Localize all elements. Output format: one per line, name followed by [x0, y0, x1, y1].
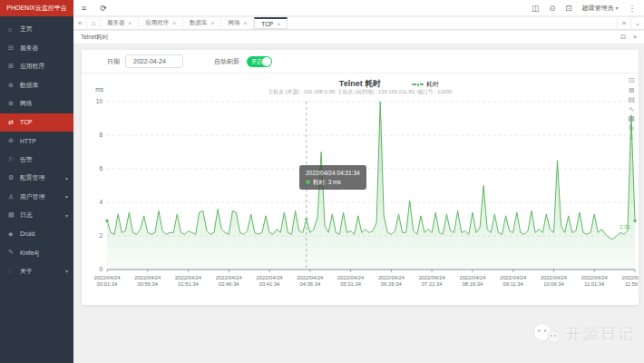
sidebar-item-label: 用户管理	[20, 192, 44, 201]
app-logo: PHOENIX云监控平台	[0, 0, 73, 16]
y-axis-name: ms	[95, 86, 103, 93]
menu-icon[interactable]: ≡	[82, 4, 86, 13]
user-icon: ♙	[8, 193, 16, 201]
druid-icon: ◈	[8, 231, 16, 238]
tab-options-icon[interactable]: ⌄	[630, 17, 644, 29]
tabbar: « ⌂ 服务器×应用程序×数据库×网络×TCP× » ⌄	[73, 17, 644, 30]
sidebar-item-label: 数据库	[20, 81, 38, 90]
sidebar-item-label: 日志	[20, 211, 33, 220]
user-menu[interactable]: 超级管理员 ▾	[581, 4, 618, 13]
series-end-marker	[633, 219, 637, 222]
about-icon: ◌	[8, 268, 16, 274]
fullscreen-icon[interactable]: ⊡	[565, 4, 571, 13]
sidebar-item-label: 主页	[20, 25, 33, 34]
autorefresh-toggle[interactable]: 开启	[247, 56, 272, 67]
x-tick-label: 2022/04/2402:46:34	[216, 275, 243, 287]
chevron-down-icon: ▾	[65, 268, 68, 274]
y-tick-label: 4	[99, 199, 102, 205]
network-icon: ⊕	[8, 100, 16, 107]
chart-tooltip: 2022/04/24 04:31:34 耗时: 3 ms	[299, 165, 366, 190]
tab-label: 应用程序	[145, 19, 169, 27]
database-icon: ⊛	[8, 82, 16, 89]
server-icon: ⊟	[8, 44, 16, 52]
sidebar-item-network[interactable]: ⊕网络	[0, 94, 73, 113]
sidebar-item-http[interactable]: ⊚HTTP	[0, 132, 73, 151]
screen-icon[interactable]: ◫	[532, 4, 539, 13]
close-tab-icon[interactable]: ×	[172, 20, 176, 26]
http-icon: ⊚	[8, 137, 16, 144]
x-tick-label: 2022/04/2411:01:34	[581, 275, 609, 287]
panel-titlebar: Telnet耗时 ⊡ ×	[73, 31, 644, 44]
chevron-down-icon: ▾	[65, 193, 68, 200]
tcp-icon: ⇄	[8, 119, 16, 126]
close-tab-icon[interactable]: ×	[277, 21, 280, 27]
series-start-marker	[105, 219, 109, 222]
x-tick-label: 2022/04/2405:31:34	[337, 275, 365, 287]
application-icon: ⊞	[8, 63, 16, 70]
tab-server[interactable]: 服务器×	[101, 17, 139, 29]
sidebar-item-logs[interactable]: ▤日志▾	[0, 206, 73, 225]
close-panel-icon[interactable]: ×	[633, 34, 637, 41]
chart-card: 日期 自动刷新 开启 Telnet 耗时 主机名 (来源) : 192.168.…	[82, 50, 639, 305]
sidebar-item-druid[interactable]: ◈Druid	[0, 225, 73, 244]
message-icon[interactable]: ⊙	[549, 4, 555, 13]
watermark: 开源日记	[532, 322, 635, 346]
sidebar-item-knife4j[interactable]: ✎Knife4j	[0, 243, 73, 262]
sidebar-item-config[interactable]: ⚙配置管理▾	[0, 169, 73, 188]
sidebar-item-label: Knife4j	[20, 250, 39, 256]
date-input[interactable]	[125, 54, 183, 68]
close-tab-icon[interactable]: ×	[211, 20, 215, 26]
x-tick-label: 2022/04/2403:41:34	[257, 275, 284, 287]
x-tick-label: 2022/04/2407:21:34	[419, 275, 446, 287]
chevron-down-icon: ▾	[65, 175, 68, 182]
last-value-label: 2.91	[620, 224, 630, 230]
y-tick-label: 8	[99, 132, 102, 138]
x-tick-label: 2022/04/2406:26:34	[378, 275, 405, 287]
x-tick-label: 2022/04/2410:06:34	[541, 275, 568, 287]
sidebar-item-tcp[interactable]: ⇄TCP	[0, 113, 73, 132]
tab-database[interactable]: 数据库×	[183, 17, 221, 29]
tooltip-series-label: 耗时	[313, 179, 325, 185]
user-name: 超级管理员	[581, 4, 613, 13]
close-tab-icon[interactable]: ×	[129, 20, 132, 26]
tooltip-series-dot-icon	[306, 180, 310, 184]
restore-window-icon[interactable]: ⊡	[620, 34, 626, 41]
close-tab-icon[interactable]: ×	[243, 20, 247, 26]
tab-network[interactable]: 网络×	[221, 17, 254, 29]
scroll-tabs-right-icon[interactable]: »	[617, 17, 630, 29]
tab-app[interactable]: 应用程序×	[139, 17, 183, 29]
sidebar-item-label: 告警	[20, 155, 33, 164]
sidebar-item-about[interactable]: ◌关于▾	[0, 262, 73, 281]
refresh-icon[interactable]: ⟳	[100, 4, 107, 13]
card-header: 日期 自动刷新 开启	[82, 50, 639, 74]
sidebar-item-alert[interactable]: ⚐告警	[0, 151, 73, 170]
home-icon: ⌂	[8, 26, 16, 33]
y-tick-label: 10	[96, 98, 103, 104]
topbar-right: ◫⊙⊡ 超级管理员 ▾ ⋮	[532, 4, 636, 13]
tooltip-value-row: 耗时: 3 ms	[306, 178, 360, 187]
sidebar-item-users[interactable]: ♙用户管理▾	[0, 188, 73, 207]
sidebar-item-home[interactable]: ⌂主页	[0, 20, 73, 39]
scroll-tabs-left-icon[interactable]: «	[73, 17, 87, 29]
home-tab-icon[interactable]: ⌂	[87, 17, 101, 29]
x-tick-label: 2022/04/2409:11:34	[500, 275, 527, 287]
sidebar: PHOENIX云监控平台 ⌂主页⊟服务器⊞应用程序⊛数据库⊕网络⇄TCP⊚HTT…	[0, 0, 73, 363]
tab-label: 数据库	[190, 19, 208, 27]
toggle-on-label: 开启	[251, 58, 262, 66]
tab-tcp[interactable]: TCP×	[254, 17, 288, 29]
sidebar-item-label: 配置管理	[20, 173, 44, 182]
knife4j-icon: ✎	[8, 249, 16, 256]
panel-title: Telnet耗时	[81, 34, 108, 42]
sidebar-nav: ⌂主页⊟服务器⊞应用程序⊛数据库⊕网络⇄TCP⊚HTTP⚐告警⚙配置管理▾♙用户…	[0, 16, 73, 280]
chevron-down-icon: ▾	[615, 5, 618, 11]
main-area: ≡ ⟳ ◫⊙⊡ 超级管理员 ▾ ⋮ « ⌂ 服务器×应用程序×数据库×网络×TC…	[73, 0, 644, 363]
tab-list: 服务器×应用程序×数据库×网络×TCP×	[101, 17, 288, 29]
tab-spacer	[288, 17, 617, 29]
sidebar-item-server[interactable]: ⊟服务器	[0, 39, 73, 58]
sidebar-item-database[interactable]: ⊛数据库	[0, 76, 73, 95]
screen: { "app": { "logo_text": "PHOENIX云监控平台" }…	[0, 0, 644, 363]
chart-canvas[interactable]: 0246810ms2022/04/2400:01:342022/04/2400:…	[82, 74, 639, 305]
more-menu-icon[interactable]: ⋮	[629, 4, 637, 13]
sidebar-item-app[interactable]: ⊞应用程序	[0, 57, 73, 76]
toggle-knob	[262, 57, 271, 66]
